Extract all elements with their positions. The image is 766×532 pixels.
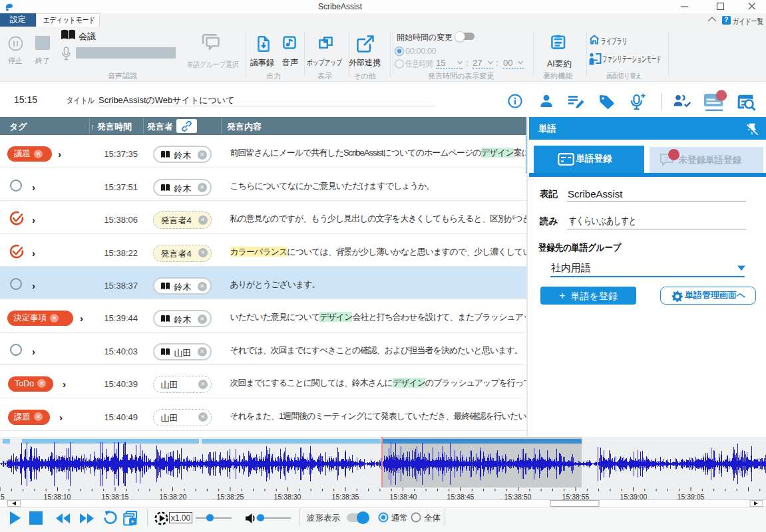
svg-text:?: ? — [665, 155, 668, 162]
